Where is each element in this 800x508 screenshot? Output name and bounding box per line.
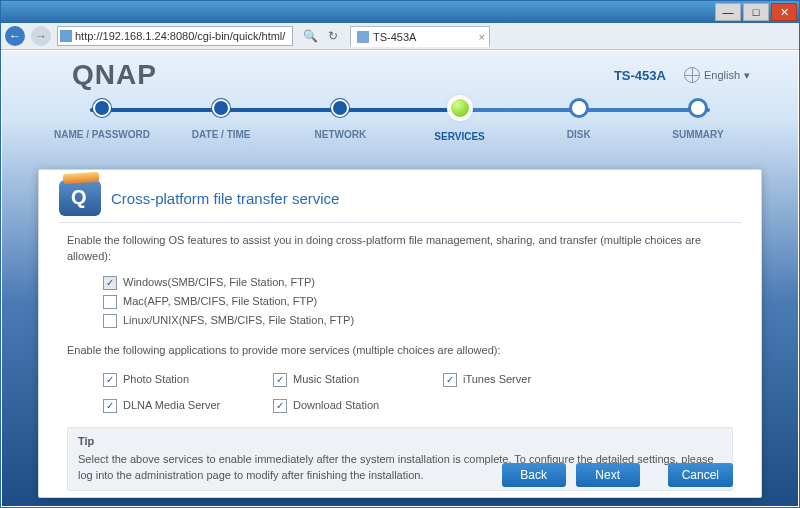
- browser-window: — □ ✕ ← → http://192.168.1.24:8080/cgi-b…: [0, 0, 800, 508]
- step-services[interactable]: SERVICES: [420, 99, 500, 142]
- checkbox[interactable]: [103, 314, 117, 328]
- address-bar[interactable]: http://192.168.1.24:8080/cgi-bin/quick/h…: [57, 26, 293, 46]
- tip-title: Tip: [78, 434, 722, 450]
- address-bar-text: http://192.168.1.24:8080/cgi-bin/quick/h…: [75, 30, 285, 42]
- step-dot: [212, 99, 230, 117]
- page-content: QNAP TS-453A English ▾ NAME / PASSWORDDA…: [2, 51, 798, 506]
- wizard-stepper: NAME / PASSWORDDATE / TIMENETWORKSERVICE…: [62, 99, 738, 145]
- wizard-panel: Cross-platform file transfer service Ena…: [38, 169, 762, 498]
- back-button[interactable]: Back: [502, 463, 566, 487]
- step-label: SUMMARY: [672, 129, 723, 140]
- panel-body: Enable the following OS features to assi…: [59, 223, 741, 491]
- checkbox-label: Photo Station: [123, 372, 189, 388]
- checkbox[interactable]: ✓: [103, 373, 117, 387]
- checkbox-label: DLNA Media Server: [123, 398, 220, 414]
- browser-toolbar: ← → http://192.168.1.24:8080/cgi-bin/qui…: [1, 23, 799, 50]
- step-summary[interactable]: SUMMARY: [658, 99, 738, 142]
- os-option-row: Linux/UNIX(NFS, SMB/CIFS, File Station, …: [103, 313, 733, 329]
- app-option-row: ✓Download Station: [273, 398, 443, 414]
- window-titlebar: — □ ✕: [1, 1, 799, 23]
- step-label: SERVICES: [434, 131, 484, 142]
- language-label: English: [704, 69, 740, 81]
- step-label: NAME / PASSWORD: [54, 129, 150, 140]
- checkbox-label: iTunes Server: [463, 372, 531, 388]
- app-option-row: ✓Music Station: [273, 372, 443, 388]
- os-options-group: ✓Windows(SMB/CIFS, File Station, FTP)Mac…: [103, 275, 733, 329]
- tab-strip: TS-453A ×: [350, 26, 490, 47]
- step-disk[interactable]: DISK: [539, 99, 619, 142]
- language-selector[interactable]: English ▾: [684, 67, 750, 83]
- checkbox-label: Download Station: [293, 398, 379, 414]
- os-intro-text: Enable the following OS features to assi…: [67, 233, 733, 265]
- checkbox[interactable]: ✓: [273, 399, 287, 413]
- chevron-down-icon: ▾: [744, 69, 750, 82]
- os-option-row: ✓Windows(SMB/CIFS, File Station, FTP): [103, 275, 733, 291]
- nav-back-button[interactable]: ←: [5, 26, 25, 46]
- step-dot: [331, 99, 349, 117]
- site-favicon-icon: [60, 30, 72, 42]
- step-name-password[interactable]: NAME / PASSWORD: [62, 99, 142, 142]
- step-label: NETWORK: [315, 129, 367, 140]
- apps-options-group: ✓Photo Station✓Music Station✓iTunes Serv…: [103, 369, 733, 417]
- step-network[interactable]: NETWORK: [300, 99, 380, 142]
- model-label: TS-453A: [614, 68, 666, 83]
- step-date-time[interactable]: DATE / TIME: [181, 99, 261, 142]
- search-icon[interactable]: 🔍: [303, 29, 318, 43]
- nav-forward-button[interactable]: →: [31, 26, 51, 46]
- next-button[interactable]: Next: [576, 463, 640, 487]
- button-bar: Back Next Cancel: [502, 463, 733, 487]
- panel-header: Cross-platform file transfer service: [59, 180, 741, 223]
- checkbox[interactable]: ✓: [443, 373, 457, 387]
- step-dot: [570, 99, 588, 117]
- panel-title: Cross-platform file transfer service: [111, 190, 339, 207]
- step-label: DISK: [567, 129, 591, 140]
- os-option-row: Mac(AFP, SMB/CIFS, File Station, FTP): [103, 294, 733, 310]
- app-option-row: ✓iTunes Server: [443, 372, 613, 388]
- step-dot: [689, 99, 707, 117]
- window-close-button[interactable]: ✕: [771, 3, 797, 21]
- refresh-icon[interactable]: ↻: [328, 29, 338, 43]
- checkbox[interactable]: ✓: [103, 399, 117, 413]
- step-label: DATE / TIME: [192, 129, 251, 140]
- globe-icon: [684, 67, 700, 83]
- checkbox: ✓: [103, 276, 117, 290]
- app-option-row: ✓Photo Station: [103, 372, 273, 388]
- step-dot: [93, 99, 111, 117]
- tab-title: TS-453A: [373, 31, 416, 43]
- apps-intro-text: Enable the following applications to pro…: [67, 343, 733, 359]
- step-dot: [449, 97, 471, 119]
- browser-tab[interactable]: TS-453A ×: [350, 26, 490, 47]
- window-minimize-button[interactable]: —: [715, 3, 741, 21]
- checkbox-label: Windows(SMB/CIFS, File Station, FTP): [123, 275, 315, 291]
- panel-header-icon: [59, 180, 101, 216]
- checkbox[interactable]: [103, 295, 117, 309]
- tab-favicon-icon: [357, 31, 369, 43]
- tab-close-icon[interactable]: ×: [479, 31, 485, 43]
- brand-logo: QNAP: [72, 59, 157, 91]
- window-maximize-button[interactable]: □: [743, 3, 769, 21]
- checkbox[interactable]: ✓: [273, 373, 287, 387]
- page-header: QNAP TS-453A English ▾: [2, 51, 798, 95]
- app-option-row: ✓DLNA Media Server: [103, 398, 273, 414]
- checkbox-label: Mac(AFP, SMB/CIFS, File Station, FTP): [123, 294, 317, 310]
- checkbox-label: Linux/UNIX(NFS, SMB/CIFS, File Station, …: [123, 313, 354, 329]
- cancel-button[interactable]: Cancel: [668, 463, 733, 487]
- checkbox-label: Music Station: [293, 372, 359, 388]
